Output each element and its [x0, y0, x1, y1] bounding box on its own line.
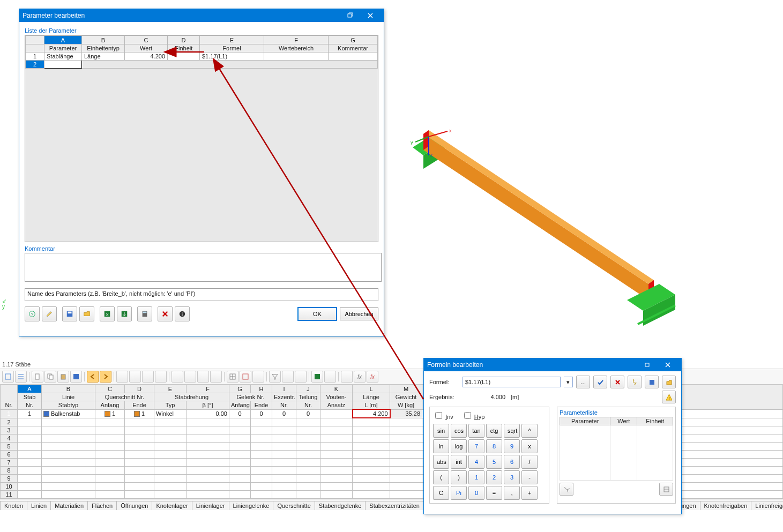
key-x[interactable]: x: [521, 439, 538, 453]
key-C[interactable]: C: [433, 486, 449, 500]
key-log[interactable]: log: [451, 439, 467, 453]
stabs-row1-laenge[interactable]: 4.200: [353, 409, 390, 418]
key-1[interactable]: 1: [468, 470, 484, 484]
key-0[interactable]: 0: [468, 486, 484, 500]
stabs-row8-head[interactable]: 8: [1, 467, 18, 475]
key-7[interactable]: 7: [468, 439, 484, 453]
excel-import-button[interactable]: X: [100, 306, 115, 321]
key-4[interactable]: 4: [468, 455, 484, 469]
tb-new[interactable]: [32, 371, 43, 383]
parameter-dialog-titlebar[interactable]: Parameter bearbeiten: [19, 9, 384, 22]
edit-button[interactable]: [42, 306, 57, 321]
tb-grid2[interactable]: [240, 371, 251, 383]
dropdown-icon[interactable]: ▾: [564, 377, 573, 387]
tb-d[interactable]: [155, 371, 167, 383]
stabs-row6-head[interactable]: 6: [1, 451, 18, 459]
key-^[interactable]: ^: [521, 424, 538, 438]
col-B[interactable]: B: [82, 36, 125, 44]
col-E[interactable]: E: [200, 36, 264, 44]
tab-linien[interactable]: Linien: [27, 501, 51, 510]
chk-hyp[interactable]: HHypyp: [462, 410, 485, 421]
tb-grid1[interactable]: [227, 371, 238, 383]
param-row1-head[interactable]: 1: [26, 53, 44, 61]
tb-save[interactable]: [70, 371, 82, 383]
chk-inv[interactable]: IInvnv: [433, 410, 453, 421]
tab-stabendgelenke[interactable]: Stabendgelenke: [315, 501, 366, 510]
tab-knotenlager[interactable]: Knotenlager: [152, 501, 192, 510]
key-/[interactable]: /: [521, 455, 538, 469]
param-row1-formel[interactable]: $1.17(L1): [200, 53, 264, 61]
col-G[interactable]: G: [329, 36, 378, 44]
close-icon[interactable]: [658, 358, 678, 371]
warn-icon[interactable]: !: [662, 391, 676, 403]
key-ln[interactable]: ln: [433, 439, 449, 453]
tab-linienlager[interactable]: Linienlager: [192, 501, 229, 510]
key-)[interactable]: ): [451, 470, 467, 484]
key-abs[interactable]: abs: [433, 455, 449, 469]
delete-button[interactable]: [158, 306, 173, 321]
stabs-row5-head[interactable]: 5: [1, 443, 18, 451]
key-2[interactable]: 2: [486, 470, 502, 484]
tb-nav-next[interactable]: [100, 371, 111, 383]
stabs-row10-head[interactable]: 10: [1, 483, 18, 491]
tb-fx-off[interactable]: fx: [367, 371, 378, 383]
tb-sort[interactable]: [282, 371, 294, 383]
tab-flächen[interactable]: Flächen: [87, 501, 117, 510]
fx-button[interactable]: fx: [628, 376, 642, 388]
param-row2-head[interactable]: 2: [26, 61, 44, 69]
ok-button[interactable]: OK: [298, 308, 337, 320]
close-icon[interactable]: [360, 9, 381, 22]
tab-öffnungen[interactable]: Öffnungen: [116, 501, 152, 510]
open-button[interactable]: [79, 306, 94, 321]
param-row2-parameter[interactable]: [44, 61, 82, 69]
tb-e[interactable]: [171, 371, 183, 383]
stabs-row3-head[interactable]: 3: [1, 426, 18, 434]
clear-button[interactable]: [610, 376, 624, 388]
open-fx-button[interactable]: [662, 376, 676, 388]
param-row1-parameter[interactable]: Stablänge: [44, 53, 82, 61]
key-=[interactable]: =: [486, 486, 502, 500]
tb-paste[interactable]: [57, 371, 69, 383]
formula-dialog-titlebar[interactable]: Formeln bearbeiten: [424, 358, 681, 371]
tab-querschnitte[interactable]: Querschnitte: [273, 501, 315, 510]
tab-materialien[interactable]: Materialien: [50, 501, 88, 510]
tb-fx[interactable]: fx: [354, 371, 366, 383]
info-button[interactable]: i: [175, 306, 190, 321]
key-5[interactable]: 5: [486, 455, 502, 469]
restore-icon[interactable]: [637, 358, 658, 371]
kommentar-input[interactable]: [25, 253, 382, 282]
stabs-row9-head[interactable]: 9: [1, 475, 18, 483]
save-fx-button[interactable]: [645, 376, 659, 388]
tb-g[interactable]: [197, 371, 209, 383]
key-6[interactable]: 6: [504, 455, 520, 469]
tab-stabexzentrizitäten[interactable]: Stabexzentrizitäten: [365, 501, 424, 510]
pick-param-button[interactable]: [560, 483, 573, 496]
stabs-row4-head[interactable]: 4: [1, 434, 18, 443]
tab-knotenfreigaben[interactable]: Knotenfreigaben: [700, 501, 752, 510]
tb-b[interactable]: [129, 371, 141, 383]
param-row1-wert[interactable]: 4.200: [125, 53, 168, 61]
tb-find[interactable]: [295, 371, 307, 383]
tb-excel[interactable]: [311, 371, 323, 383]
col-D[interactable]: D: [168, 36, 200, 44]
stabs-row1-head[interactable]: 1: [1, 409, 18, 418]
key-sin[interactable]: sin: [433, 424, 449, 438]
key-tan[interactable]: tan: [468, 424, 484, 438]
key-ctg[interactable]: ctg: [486, 424, 502, 438]
tb-copy[interactable]: [44, 371, 56, 383]
tb-c[interactable]: [142, 371, 154, 383]
col-F[interactable]: F: [264, 36, 329, 44]
key-Pi[interactable]: Pi: [451, 486, 467, 500]
param-row1-kommentar[interactable]: [329, 53, 378, 61]
edit-param-button[interactable]: [659, 483, 673, 496]
tb-form[interactable]: [2, 371, 14, 383]
key-3[interactable]: 3: [504, 470, 520, 484]
key-int[interactable]: int: [451, 455, 467, 469]
key-,[interactable]: ,: [504, 486, 520, 500]
stabs-row2-head[interactable]: 2: [1, 418, 18, 426]
pick-button[interactable]: …: [576, 376, 590, 388]
tb-list[interactable]: [15, 371, 27, 383]
stabs-row7-head[interactable]: 7: [1, 459, 18, 467]
model-3d-view[interactable]: x y z: [397, 70, 697, 348]
tb-export[interactable]: [324, 371, 336, 383]
